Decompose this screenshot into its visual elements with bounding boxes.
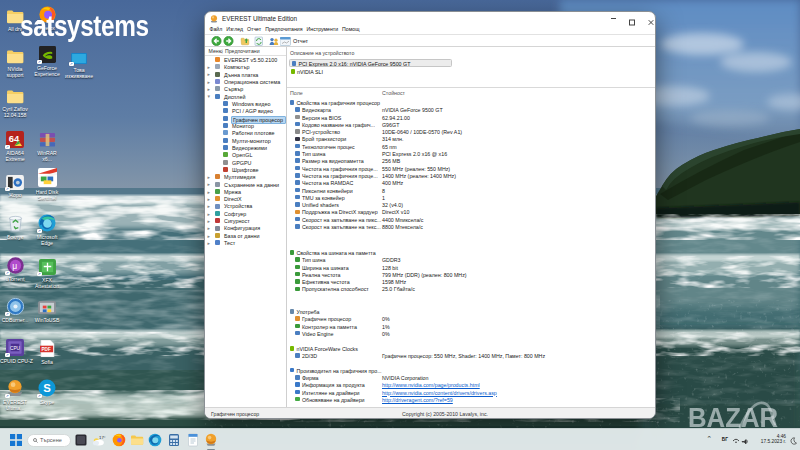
svg-text:PDF: PDF xyxy=(41,347,50,352)
svg-text:CPU: CPU xyxy=(10,346,21,351)
svg-text:17°: 17° xyxy=(99,435,106,440)
svg-text:μ: μ xyxy=(12,261,17,271)
svg-text:S: S xyxy=(43,382,51,394)
